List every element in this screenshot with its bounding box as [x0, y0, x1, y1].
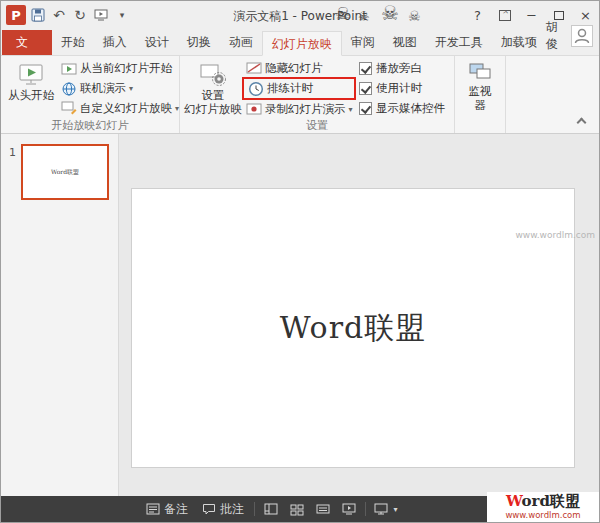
- slide-canvas[interactable]: Word联盟: [131, 188, 575, 468]
- tab-view[interactable]: 视图: [384, 30, 426, 55]
- slide-editor-area: Word联盟 www.wordlm.com: [119, 134, 599, 496]
- rehearse-timings-clock-icon: [248, 81, 264, 97]
- tab-developer[interactable]: 开发工具: [426, 30, 492, 55]
- slideshow-view-button[interactable]: [336, 496, 362, 522]
- comment-bubble-icon: [202, 502, 216, 516]
- group-label-setup: 设置: [180, 119, 454, 133]
- display-settings-button[interactable]: ▾: [369, 496, 403, 522]
- monitors-label-line1: 监视: [469, 85, 492, 99]
- brand-name: Word联盟: [506, 494, 580, 510]
- save-button[interactable]: [29, 5, 47, 25]
- slide-sorter-view-button[interactable]: [284, 496, 310, 522]
- brand-letter-w: W: [506, 492, 522, 510]
- slide-thumbnail[interactable]: Word联盟: [21, 144, 109, 200]
- collapse-ribbon-button[interactable]: [575, 116, 587, 126]
- hide-slide-icon: [246, 60, 262, 76]
- start-from-beginning-quick-button[interactable]: [92, 5, 110, 25]
- minimize-button[interactable]: ─: [518, 1, 545, 29]
- checkbox-checked-icon: [359, 102, 372, 115]
- play-narrations-checkbox[interactable]: 播放旁白: [359, 59, 451, 79]
- show-media-controls-checkbox[interactable]: 显示媒体控件: [359, 98, 451, 118]
- from-beginning-label: 从头开始: [8, 89, 54, 103]
- tab-addins[interactable]: 加载项: [492, 30, 546, 55]
- record-slideshow-label: 录制幻灯片演示: [265, 102, 346, 117]
- user-name: 胡俊: [546, 19, 565, 53]
- skull-decoration: ☠: [335, 5, 351, 23]
- tab-transitions[interactable]: 切换: [178, 30, 220, 55]
- skull-decoration: ☠: [408, 9, 421, 23]
- hide-slide-button[interactable]: 隐藏幻灯片: [243, 59, 355, 77]
- chevron-up-icon: [576, 118, 586, 128]
- statusbar-separator: [254, 502, 255, 516]
- skull-decoration: ☠: [358, 10, 370, 23]
- notes-toggle-button[interactable]: 备注: [139, 496, 195, 522]
- custom-slideshow-button[interactable]: 自定义幻灯片放映 ▾: [58, 98, 176, 118]
- ribbon-display-options-button[interactable]: ^: [491, 1, 518, 29]
- hide-slide-label: 隐藏幻灯片: [265, 61, 323, 76]
- play-narrations-label: 播放旁白: [376, 61, 422, 76]
- slide-title-text[interactable]: Word联盟: [280, 308, 426, 349]
- normal-view-icon: [264, 502, 278, 516]
- from-current-slide-button[interactable]: 从当前幻灯片开始: [58, 59, 176, 79]
- brand-url: www.wordlm.com: [505, 511, 580, 520]
- help-button[interactable]: ?: [464, 1, 491, 29]
- undo-button[interactable]: ↶: [50, 5, 68, 25]
- checkbox-checked-icon: [359, 82, 372, 95]
- tab-slideshow[interactable]: 幻灯片放映: [262, 31, 342, 56]
- quick-access-toolbar: P ↶ ↻ ▾: [1, 5, 131, 25]
- redo-button[interactable]: ↻: [71, 5, 89, 25]
- powerpoint-app-icon[interactable]: P: [6, 5, 26, 25]
- tab-review[interactable]: 审阅: [342, 30, 384, 55]
- start-group-column: 从当前幻灯片开始 联机演示 ▾ 自定义幻灯片放映 ▾: [58, 58, 176, 118]
- chevron-down-icon: ▾: [175, 104, 179, 113]
- thumbnail-text: Word联盟: [51, 168, 79, 177]
- tab-file[interactable]: 文件: [2, 30, 52, 55]
- tab-design[interactable]: 设计: [136, 30, 178, 55]
- chevron-down-icon: ▾: [393, 505, 397, 514]
- reading-view-icon: [316, 502, 330, 516]
- monitor-icon: [374, 502, 388, 516]
- setup-slideshow-label-line1: 设置: [202, 89, 225, 103]
- statusbar-separator: [365, 502, 366, 516]
- reading-view-button[interactable]: [310, 496, 336, 522]
- group-label-start-slideshow: 开始放映幻灯片: [1, 119, 179, 133]
- custom-slideshow-icon: [61, 100, 77, 116]
- monitors-icon: [469, 61, 491, 83]
- rehearse-timings-button[interactable]: 排练计时: [247, 78, 314, 99]
- person-icon: [572, 26, 592, 46]
- setup-slideshow-button[interactable]: 设置 幻灯片放映: [183, 58, 243, 118]
- setup-checkbox-column: 播放旁白 使用计时 显示媒体控件: [355, 58, 451, 118]
- slide-number: 1: [9, 146, 16, 159]
- ribbon-tab-row: 文件 开始 插入 设计 切换 动画 幻灯片放映 审阅 视图 开发工具 加载项 胡…: [1, 29, 599, 56]
- skull-decoration: ☠: [381, 3, 399, 23]
- customize-quick-access-dropdown[interactable]: ▾: [113, 5, 131, 25]
- brand-chinese: 联盟: [550, 492, 580, 510]
- ribbon-display-options-icon: ^: [499, 10, 511, 21]
- use-timings-label: 使用计时: [376, 81, 422, 96]
- checkbox-checked-icon: [359, 62, 372, 75]
- use-timings-checkbox[interactable]: 使用计时: [359, 79, 451, 99]
- ribbon-group-start-slideshow: 从头开始 从当前幻灯片开始 联机演示 ▾ 自定义幻灯片放映 ▾ 开始放映: [1, 56, 180, 133]
- user-account[interactable]: 胡俊: [546, 19, 599, 55]
- tab-home[interactable]: 开始: [52, 30, 94, 55]
- present-online-button[interactable]: 联机演示 ▾: [58, 79, 176, 99]
- setup-slideshow-label-line2: 幻灯片放映: [184, 103, 242, 117]
- record-slideshow-icon: [246, 101, 262, 117]
- present-online-label: 联机演示: [80, 81, 126, 96]
- monitors-label-line2: 器: [474, 99, 486, 113]
- monitors-button[interactable]: 监视 器: [458, 58, 502, 118]
- from-current-slide-label: 从当前幻灯片开始: [80, 61, 172, 76]
- comments-label: 批注: [220, 501, 244, 518]
- notes-icon: [146, 502, 160, 516]
- comments-toggle-button[interactable]: 批注: [195, 496, 251, 522]
- record-slideshow-button[interactable]: 录制幻灯片演示 ▾: [243, 100, 355, 118]
- from-beginning-icon: [18, 61, 44, 87]
- tab-insert[interactable]: 插入: [94, 30, 136, 55]
- slide-sorter-icon: [290, 502, 304, 516]
- user-avatar-icon[interactable]: [571, 25, 593, 47]
- tab-animations[interactable]: 动画: [220, 30, 262, 55]
- normal-view-button[interactable]: [258, 496, 284, 522]
- from-beginning-button[interactable]: 从头开始: [4, 58, 58, 118]
- chevron-down-icon: ▾: [349, 105, 353, 114]
- setup-slideshow-icon: [200, 61, 226, 87]
